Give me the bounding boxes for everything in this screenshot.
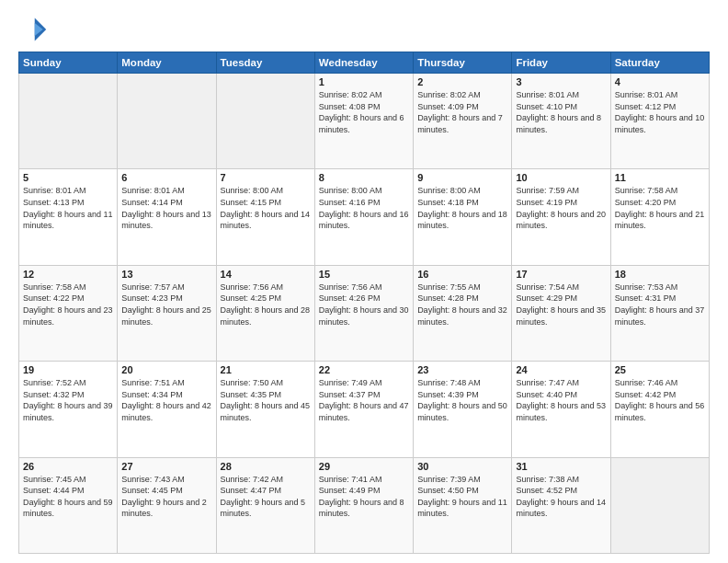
calendar-table: SundayMondayTuesdayWednesdayThursdayFrid… — [18, 52, 710, 554]
calendar-week-4: 19Sunrise: 7:52 AM Sunset: 4:32 PM Dayli… — [19, 362, 710, 457]
day-number: 14 — [221, 269, 311, 280]
calendar-week-3: 12Sunrise: 7:58 AM Sunset: 4:22 PM Dayli… — [19, 265, 710, 361]
day-info: Sunrise: 8:01 AM Sunset: 4:12 PM Dayligh… — [615, 89, 705, 135]
calendar-cell: 11Sunrise: 7:58 AM Sunset: 4:20 PM Dayli… — [610, 169, 709, 265]
day-info: Sunrise: 7:42 AM Sunset: 4:47 PM Dayligh… — [221, 474, 311, 520]
day-header-thursday: Thursday — [414, 52, 512, 74]
day-info: Sunrise: 8:00 AM Sunset: 4:18 PM Dayligh… — [417, 185, 507, 231]
day-info: Sunrise: 7:48 AM Sunset: 4:39 PM Dayligh… — [417, 377, 507, 423]
day-number: 20 — [121, 364, 211, 375]
day-info: Sunrise: 7:53 AM Sunset: 4:31 PM Dayligh… — [615, 282, 705, 327]
day-number: 13 — [121, 269, 211, 280]
day-number: 16 — [417, 269, 507, 280]
day-number: 4 — [615, 76, 705, 87]
logo-icon — [18, 15, 48, 44]
day-header-saturday: Saturday — [610, 52, 709, 74]
day-info: Sunrise: 8:01 AM Sunset: 4:13 PM Dayligh… — [23, 185, 113, 231]
calendar-cell: 14Sunrise: 7:56 AM Sunset: 4:25 PM Dayli… — [216, 265, 314, 361]
day-info: Sunrise: 8:00 AM Sunset: 4:15 PM Dayligh… — [221, 185, 311, 231]
calendar-cell: 20Sunrise: 7:51 AM Sunset: 4:34 PM Dayli… — [118, 362, 216, 457]
day-number: 24 — [516, 364, 606, 375]
calendar-cell: 22Sunrise: 7:49 AM Sunset: 4:37 PM Dayli… — [314, 362, 413, 457]
day-info: Sunrise: 7:54 AM Sunset: 4:29 PM Dayligh… — [516, 282, 606, 327]
calendar-cell: 10Sunrise: 7:59 AM Sunset: 4:19 PM Dayli… — [512, 169, 610, 265]
day-number: 5 — [23, 172, 113, 183]
day-number: 17 — [516, 269, 606, 280]
day-info: Sunrise: 7:49 AM Sunset: 4:37 PM Dayligh… — [319, 377, 409, 423]
calendar-cell: 9Sunrise: 8:00 AM Sunset: 4:18 PM Daylig… — [414, 169, 512, 265]
day-number: 28 — [221, 461, 311, 472]
day-number: 27 — [121, 461, 211, 472]
day-info: Sunrise: 7:45 AM Sunset: 4:44 PM Dayligh… — [23, 474, 113, 520]
calendar-cell: 4Sunrise: 8:01 AM Sunset: 4:12 PM Daylig… — [610, 74, 709, 169]
day-number: 2 — [417, 76, 507, 87]
calendar-week-5: 26Sunrise: 7:45 AM Sunset: 4:44 PM Dayli… — [19, 457, 710, 553]
day-number: 10 — [516, 172, 606, 183]
day-number: 26 — [23, 461, 113, 472]
calendar-cell: 29Sunrise: 7:41 AM Sunset: 4:49 PM Dayli… — [314, 457, 413, 553]
calendar-week-1: 1Sunrise: 8:02 AM Sunset: 4:08 PM Daylig… — [19, 74, 710, 169]
calendar-cell — [118, 74, 216, 169]
calendar-cell: 24Sunrise: 7:47 AM Sunset: 4:40 PM Dayli… — [512, 362, 610, 457]
day-number: 23 — [417, 364, 507, 375]
calendar-cell: 25Sunrise: 7:46 AM Sunset: 4:42 PM Dayli… — [610, 362, 709, 457]
day-header-sunday: Sunday — [19, 52, 118, 74]
day-info: Sunrise: 7:50 AM Sunset: 4:35 PM Dayligh… — [221, 377, 311, 423]
calendar-cell: 26Sunrise: 7:45 AM Sunset: 4:44 PM Dayli… — [19, 457, 118, 553]
day-header-friday: Friday — [512, 52, 610, 74]
day-number: 22 — [319, 364, 409, 375]
header — [18, 15, 710, 44]
calendar-cell: 17Sunrise: 7:54 AM Sunset: 4:29 PM Dayli… — [512, 265, 610, 361]
day-info: Sunrise: 7:56 AM Sunset: 4:26 PM Dayligh… — [319, 282, 409, 327]
day-info: Sunrise: 7:39 AM Sunset: 4:50 PM Dayligh… — [417, 474, 507, 520]
calendar-cell: 12Sunrise: 7:58 AM Sunset: 4:22 PM Dayli… — [19, 265, 118, 361]
day-info: Sunrise: 7:43 AM Sunset: 4:45 PM Dayligh… — [121, 474, 211, 520]
day-info: Sunrise: 8:02 AM Sunset: 4:08 PM Dayligh… — [319, 89, 409, 135]
day-info: Sunrise: 8:01 AM Sunset: 4:14 PM Dayligh… — [121, 185, 211, 231]
calendar-cell: 13Sunrise: 7:57 AM Sunset: 4:23 PM Dayli… — [118, 265, 216, 361]
calendar-cell: 1Sunrise: 8:02 AM Sunset: 4:08 PM Daylig… — [314, 74, 413, 169]
day-number: 9 — [417, 172, 507, 183]
day-number: 29 — [319, 461, 409, 472]
day-info: Sunrise: 8:00 AM Sunset: 4:16 PM Dayligh… — [319, 185, 409, 231]
calendar-cell: 19Sunrise: 7:52 AM Sunset: 4:32 PM Dayli… — [19, 362, 118, 457]
calendar-cell: 3Sunrise: 8:01 AM Sunset: 4:10 PM Daylig… — [512, 74, 610, 169]
day-number: 15 — [319, 269, 409, 280]
calendar-cell: 7Sunrise: 8:00 AM Sunset: 4:15 PM Daylig… — [216, 169, 314, 265]
day-number: 21 — [221, 364, 311, 375]
day-info: Sunrise: 7:46 AM Sunset: 4:42 PM Dayligh… — [615, 377, 705, 423]
calendar-cell: 5Sunrise: 8:01 AM Sunset: 4:13 PM Daylig… — [19, 169, 118, 265]
day-info: Sunrise: 7:51 AM Sunset: 4:34 PM Dayligh… — [121, 377, 211, 423]
calendar-cell — [610, 457, 709, 553]
day-number: 25 — [615, 364, 705, 375]
day-number: 1 — [319, 76, 409, 87]
calendar-cell: 28Sunrise: 7:42 AM Sunset: 4:47 PM Dayli… — [216, 457, 314, 553]
calendar-cell: 15Sunrise: 7:56 AM Sunset: 4:26 PM Dayli… — [314, 265, 413, 361]
calendar-cell: 16Sunrise: 7:55 AM Sunset: 4:28 PM Dayli… — [414, 265, 512, 361]
page: SundayMondayTuesdayWednesdayThursdayFrid… — [0, 0, 728, 563]
calendar-week-2: 5Sunrise: 8:01 AM Sunset: 4:13 PM Daylig… — [19, 169, 710, 265]
calendar-cell: 31Sunrise: 7:38 AM Sunset: 4:52 PM Dayli… — [512, 457, 610, 553]
day-number: 18 — [615, 269, 705, 280]
day-info: Sunrise: 7:52 AM Sunset: 4:32 PM Dayligh… — [23, 377, 113, 423]
day-info: Sunrise: 7:56 AM Sunset: 4:25 PM Dayligh… — [221, 282, 311, 327]
day-number: 19 — [23, 364, 113, 375]
day-header-wednesday: Wednesday — [314, 52, 413, 74]
day-info: Sunrise: 8:02 AM Sunset: 4:09 PM Dayligh… — [417, 89, 507, 135]
day-info: Sunrise: 8:01 AM Sunset: 4:10 PM Dayligh… — [516, 89, 606, 135]
day-number: 8 — [319, 172, 409, 183]
day-info: Sunrise: 7:38 AM Sunset: 4:52 PM Dayligh… — [516, 474, 606, 520]
day-info: Sunrise: 7:47 AM Sunset: 4:40 PM Dayligh… — [516, 377, 606, 423]
calendar-cell: 8Sunrise: 8:00 AM Sunset: 4:16 PM Daylig… — [314, 169, 413, 265]
day-info: Sunrise: 7:58 AM Sunset: 4:22 PM Dayligh… — [23, 282, 113, 327]
logo — [18, 15, 51, 44]
calendar-cell: 6Sunrise: 8:01 AM Sunset: 4:14 PM Daylig… — [118, 169, 216, 265]
calendar-cell: 27Sunrise: 7:43 AM Sunset: 4:45 PM Dayli… — [118, 457, 216, 553]
calendar-cell: 23Sunrise: 7:48 AM Sunset: 4:39 PM Dayli… — [414, 362, 512, 457]
calendar-cell — [19, 74, 118, 169]
calendar-cell: 2Sunrise: 8:02 AM Sunset: 4:09 PM Daylig… — [414, 74, 512, 169]
day-info: Sunrise: 7:41 AM Sunset: 4:49 PM Dayligh… — [319, 474, 409, 520]
day-number: 11 — [615, 172, 705, 183]
day-number: 12 — [23, 269, 113, 280]
calendar-cell — [216, 74, 314, 169]
